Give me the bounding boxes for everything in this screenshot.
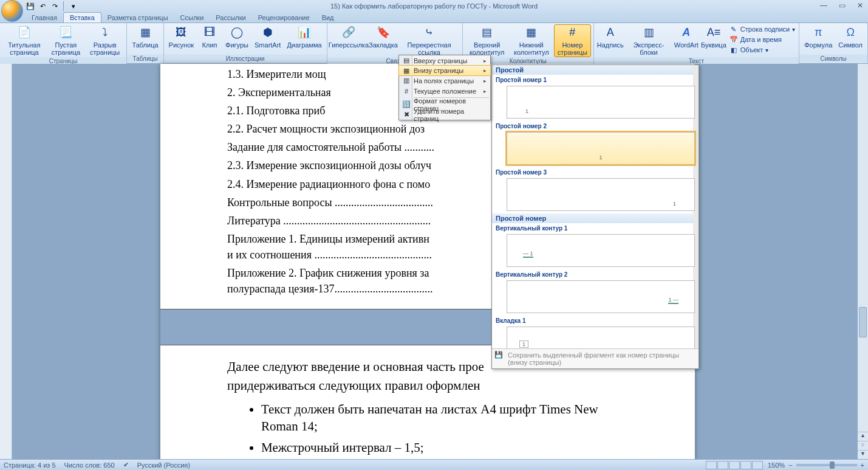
group-tables: ▦Таблица Таблицы [127, 23, 163, 63]
hyperlink-icon: 🔗 [341, 26, 356, 40]
redo-icon[interactable]: ↷ [50, 1, 60, 11]
gallery-item-vcontour-1[interactable]: — 1 [507, 234, 695, 267]
page-number-mark: 1 [673, 201, 676, 207]
menu-current-position[interactable]: #Текущее положение▸ [399, 86, 490, 96]
minimize-button[interactable]: — [818, 1, 829, 10]
page-number-mark: 1 — [668, 297, 678, 304]
page-break-icon: ⤵ [98, 26, 112, 40]
crossref-button[interactable]: ⤷Перекрестная ссылка [399, 24, 460, 57]
zoom-control: 150% − + [768, 461, 864, 469]
menu-bottom-of-page[interactable]: ▦Внизу страницы▸ [398, 65, 491, 76]
menu-page-margins[interactable]: ▥На полях страницы▸ [399, 75, 490, 86]
maximize-button[interactable]: ▭ [836, 1, 847, 10]
qat-customize-icon[interactable]: ▾ [69, 1, 78, 11]
tab-page-layout[interactable]: Разметка страницы [101, 13, 174, 22]
table-button[interactable]: ▦Таблица [129, 24, 160, 50]
save-icon[interactable]: 💾 [26, 1, 35, 11]
proofing-icon[interactable]: ✔ [123, 461, 129, 469]
vertical-scrollbar[interactable]: ▲ ○ ▼ [858, 64, 868, 459]
group-illustrations: 🖼Рисунок 🎞Клип ◯Фигуры ⬢SmartArt 📊Диагра… [164, 23, 327, 63]
gallery-header-simple-number: Простой номер [492, 213, 699, 223]
footer-button[interactable]: ▦Нижний колонтитул [510, 24, 553, 57]
zoom-level[interactable]: 150% [768, 461, 785, 469]
tab-references[interactable]: Ссылки [174, 13, 210, 22]
blank-page-icon: 📃 [58, 26, 73, 40]
equation-icon: π [811, 26, 825, 40]
view-outline-icon[interactable] [740, 461, 751, 469]
vertical-ruler[interactable] [0, 64, 12, 459]
status-page[interactable]: Страница: 4 из 5 [4, 461, 56, 469]
list-item: Текст должен быть напечатан на листах А4… [261, 401, 628, 435]
clip-button[interactable]: 🎞Клип [197, 24, 222, 50]
chart-button[interactable]: 📊Диаграмма [284, 24, 324, 50]
undo-icon[interactable]: ↶ [38, 1, 47, 11]
view-web-layout-icon[interactable] [729, 461, 740, 469]
page-icon: ▦ [402, 66, 411, 75]
status-language[interactable]: Русский (Россия) [137, 461, 190, 469]
menu-top-of-page[interactable]: ▤Вверху страницы▸ [399, 55, 490, 66]
next-page-icon[interactable]: ▼ [858, 450, 868, 459]
shapes-button[interactable]: ◯Фигуры [223, 24, 251, 50]
gallery-save-selection[interactable]: 💾Сохранить выделенный фрагмент как номер… [492, 348, 699, 368]
close-button[interactable]: ✕ [855, 1, 866, 10]
textbox-button[interactable]: AНадпись [596, 24, 624, 50]
dropcap-button[interactable]: A≡Буквица [700, 24, 727, 50]
gallery-item-simple-3[interactable]: 1 [507, 178, 695, 211]
zoom-slider-knob[interactable] [830, 461, 835, 469]
gallery-item-label: Вертикальный контур 2 [492, 269, 699, 279]
bookmark-button[interactable]: 🔖Закладка [369, 24, 397, 50]
tab-view[interactable]: Вид [316, 13, 340, 22]
browse-object-icon[interactable]: ○ [858, 441, 868, 450]
zoom-out-button[interactable]: − [788, 461, 792, 469]
wordart-button[interactable]: AWordArt [674, 24, 699, 50]
signature-line-button[interactable]: ✎Строка подписи ▾ [728, 24, 796, 34]
office-button[interactable] [1, 0, 23, 22]
page-number-mark: 1 [525, 108, 528, 114]
group-tables-label: Таблицы [127, 55, 163, 63]
equation-button[interactable]: πФормула [802, 24, 835, 50]
cover-page-button[interactable]: 📄Титульная страница [2, 24, 46, 57]
view-full-screen-icon[interactable] [717, 461, 728, 469]
quick-access-toolbar: 💾 ↶ ↷ ▾ [26, 1, 78, 11]
scrollbar-thumb[interactable] [859, 307, 867, 337]
menu-remove-page-numbers[interactable]: ✖Удалить номера страниц [399, 109, 490, 120]
tab-review[interactable]: Рецензирование [252, 13, 316, 22]
wordart-icon: A [679, 26, 694, 40]
gallery-item-tab-1[interactable]: 1 [507, 327, 695, 351]
object-button[interactable]: ◧Объект ▾ [728, 45, 796, 55]
gallery-item-label: Простой номер 2 [492, 121, 699, 131]
picture-icon: 🖼 [174, 26, 188, 40]
gallery-item-vcontour-2[interactable]: 1 — [507, 280, 695, 313]
page-number-button[interactable]: #Номер страницы [554, 24, 591, 57]
page-break-button[interactable]: ⤵Разрыв страницы [86, 24, 125, 57]
tab-home[interactable]: Главная [26, 13, 63, 22]
page-icon: ▥ [402, 76, 411, 86]
quickparts-button[interactable]: ▥Экспресс-блоки [625, 24, 672, 57]
header-button[interactable]: ▤Верхний колонтитул [465, 24, 509, 57]
blank-page-button[interactable]: 📃Пустая страница [47, 24, 84, 57]
page-number-gallery: Простой Простой номер 1 1 Простой номер … [491, 64, 699, 369]
prev-page-icon[interactable]: ▲ [858, 432, 868, 441]
status-word-count[interactable]: Число слов: 650 [64, 461, 115, 469]
zoom-in-button[interactable]: + [861, 461, 864, 469]
gallery-item-label: Вкладка 1 [492, 316, 699, 325]
format-icon: 🔢 [402, 100, 411, 109]
hyperlink-button[interactable]: 🔗Гиперссылка [330, 24, 368, 50]
page-icon: ▤ [402, 56, 411, 66]
tab-mailings[interactable]: Рассылки [210, 13, 251, 22]
view-buttons [706, 461, 763, 469]
smartart-button[interactable]: ⬢SmartArt [252, 24, 283, 50]
dropcap-icon: A≡ [706, 26, 721, 40]
gallery-item-simple-2[interactable]: 1 [507, 132, 695, 165]
picture-button[interactable]: 🖼Рисунок [166, 24, 197, 50]
date-time-button[interactable]: 📅Дата и время [728, 35, 796, 44]
group-text: AНадпись ▥Экспресс-блоки AWordArt A≡Букв… [594, 23, 799, 63]
tab-insert[interactable]: Вставка [63, 12, 101, 22]
object-icon: ◧ [730, 46, 738, 54]
chart-icon: 📊 [297, 26, 312, 40]
view-print-layout-icon[interactable] [706, 461, 717, 469]
symbol-button[interactable]: ΩСимвол [836, 24, 865, 50]
zoom-slider[interactable] [796, 464, 857, 466]
gallery-item-simple-1[interactable]: 1 [507, 86, 695, 119]
view-draft-icon[interactable] [752, 461, 763, 469]
